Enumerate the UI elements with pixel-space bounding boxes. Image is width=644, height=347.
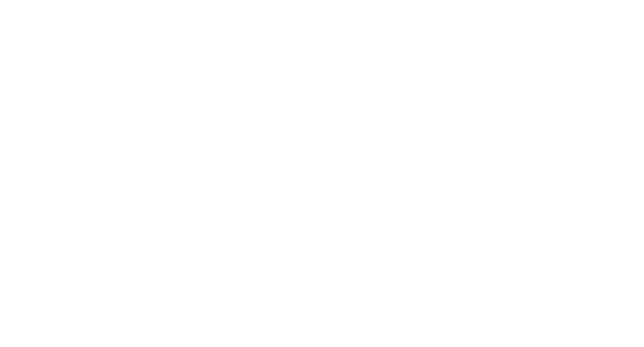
page-title (434, 22, 644, 24)
app (0, 0, 644, 347)
pie-chart (0, 0, 421, 347)
legend-area (434, 22, 644, 334)
chart-area (0, 0, 421, 347)
